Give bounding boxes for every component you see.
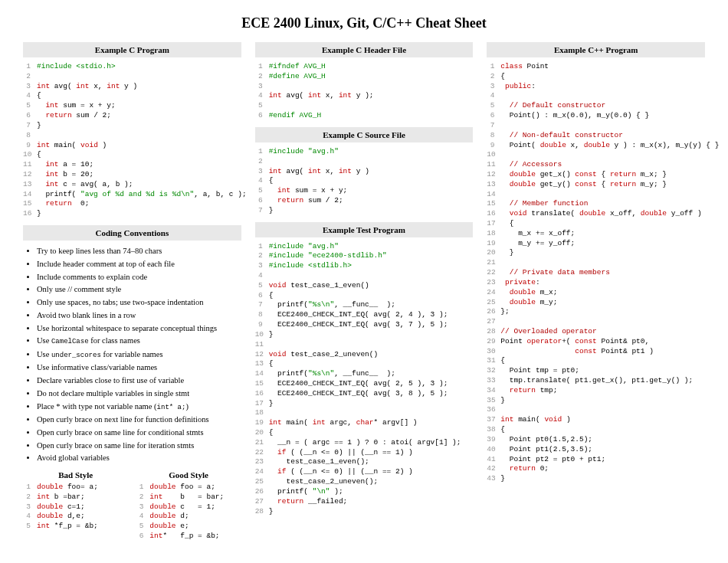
code-test-program: 1#include "avg.h"2#include "ece2400-stdl… <box>255 242 474 517</box>
code-line: 40 Point pt1(2.5,3.5); <box>487 445 705 455</box>
code-line: 19int main( int argc, char* argv[] ) <box>255 418 474 428</box>
code-line: 35} <box>487 396 705 406</box>
code-line: 21 <box>487 258 705 268</box>
column-2: Example C Header File 1#ifndef AVG_H2#de… <box>255 42 474 545</box>
code-line: 7 <box>487 121 705 131</box>
code-line: 27 <box>487 317 705 327</box>
code-line: 12void test_case_2_uneven() <box>255 350 474 360</box>
section-c-header: Example C Header File <box>255 42 474 57</box>
code-line: 19 m_y += y_off; <box>487 239 705 249</box>
code-line: 3#include <stdlib.h> <box>255 261 474 271</box>
code-line: 9 Point( double x, double y ) : m_x(x), … <box>487 141 705 151</box>
good-style-header: Good Style <box>136 470 241 480</box>
code-line: 15 ECE2400_CHECK_INT_EQ( avg( 2, 5 ), 3 … <box>255 379 474 389</box>
code-line: 4double d; <box>136 512 241 522</box>
code-line: 6{ <box>255 291 474 301</box>
convention-item: Place * with type not variable name (int… <box>37 401 241 414</box>
code-line: 14 <box>487 190 705 200</box>
code-line: 23 private: <box>487 278 705 288</box>
code-line: 34 return tmp; <box>487 386 705 396</box>
conventions-list: Try to keep lines less than 74–80 charsI… <box>23 245 241 464</box>
code-line: 3int avg( int x, int y ) <box>255 167 474 177</box>
convention-item: Open curly brace on same line for iterat… <box>37 440 241 452</box>
code-line: 1#include "avg.h" <box>255 147 474 157</box>
code-line: 4 <box>255 271 474 281</box>
code-line: 6 return sum / 2; <box>255 196 474 206</box>
code-line: 3int avg( int x, int y ) <box>23 82 241 92</box>
code-line: 43} <box>487 474 705 484</box>
code-line: 7 printf("%s\n", __func__ ); <box>255 300 474 310</box>
code-line: 4{ <box>255 176 474 186</box>
code-line: 2#include "ece2400-stdlib.h" <box>255 251 474 261</box>
code-line: 3double c=1; <box>23 502 128 512</box>
code-line: 26 printf( "\n" ); <box>255 487 474 497</box>
code-line: 5 // Default constructor <box>487 101 705 111</box>
main-columns: Example C Program 1#include <stdio.h>23i… <box>23 42 705 545</box>
code-line: 1class Point <box>487 62 705 72</box>
code-line: 3 public: <box>487 82 705 92</box>
code-line: 13{ <box>255 359 474 369</box>
section-conventions: Coding Conventions <box>23 225 241 241</box>
code-line: 13 double get_y() const { return m_y; } <box>487 180 705 190</box>
convention-item: Only use // comment style <box>37 283 241 296</box>
convention-item: Declare variables close to first use of … <box>37 375 241 387</box>
code-line: 5 int sum = x + y; <box>23 101 241 111</box>
page-title: ECE 2400 Linux, Git, C/C++ Cheat Sheet <box>23 15 705 31</box>
code-line: 16} <box>23 209 241 219</box>
code-cpp-program: 1class Point2{3 public:45 // Default con… <box>487 62 705 484</box>
code-line: 1#ifndef AVG_H <box>255 62 474 72</box>
code-line: 6 return sum / 2; <box>23 111 241 121</box>
code-line: 18 <box>255 408 474 418</box>
code-line: 5double e; <box>136 522 241 532</box>
section-test-program: Example Test Program <box>255 222 474 237</box>
code-line: 12 int b = 20; <box>23 170 241 180</box>
code-line: 18 m_x += x_off; <box>487 229 705 239</box>
code-line: 3double c = 1; <box>136 502 241 512</box>
code-line: 1double foo = a; <box>136 483 241 493</box>
code-c-program: 1#include <stdio.h>23int avg( int x, int… <box>23 62 241 219</box>
column-1: Example C Program 1#include <stdio.h>23i… <box>23 42 241 545</box>
convention-item: Use horizontal whitespace to separate co… <box>37 322 241 335</box>
code-line: 15 // Member function <box>487 199 705 209</box>
style-compare: Bad Style 1double foo= a;2int b =bar;3do… <box>23 470 241 545</box>
code-line: 8 ECE2400_CHECK_INT_EQ( avg( 2, 4 ), 3 )… <box>255 310 474 320</box>
code-line: 2#define AVG_H <box>255 72 474 82</box>
code-line: 29Point operator+( const Point& pt0, <box>487 337 705 347</box>
code-line: 4double d,e; <box>23 512 128 522</box>
convention-item: Avoid global variables <box>37 452 241 464</box>
code-line: 39 Point pt0(1.5,2.5); <box>487 435 705 445</box>
code-line: 16 ECE2400_CHECK_INT_EQ( avg( 3, 8 ), 5 … <box>255 389 474 399</box>
code-line: 22 if ( (__n <= 0) || (__n == 1) ) <box>255 448 474 458</box>
code-line: 7} <box>255 206 474 216</box>
convention-item: Avoid two blank lines in a row <box>37 309 241 322</box>
code-line: 12 double get_x() const { return m_x; } <box>487 170 705 180</box>
code-line: 2int b =bar; <box>23 493 128 502</box>
convention-item: Only use spaces, no tabs; use two-space … <box>37 296 241 309</box>
code-line: 5 int sum = x + y; <box>255 186 474 196</box>
code-line: 2 <box>23 72 241 82</box>
code-line: 42 return 0; <box>487 464 705 474</box>
convention-item: Open curly brace on same line for condit… <box>37 427 241 439</box>
convention-item: Include header comment at top of each fi… <box>37 258 241 270</box>
code-line: 26}; <box>487 307 705 317</box>
convention-item: Open curly brace on next line for functi… <box>37 414 241 426</box>
section-cpp-program: Example C++ Program <box>487 42 705 57</box>
code-line: 24 if ( (__n <= 0) || (__n == 2) ) <box>255 467 474 477</box>
code-line: 17 { <box>487 219 705 229</box>
code-line: 22 // Private data members <box>487 268 705 278</box>
code-line: 27 return __failed; <box>255 497 474 507</box>
column-3: Example C++ Program 1class Point2{3 publ… <box>487 42 705 545</box>
code-line: 37int main( void ) <box>487 415 705 425</box>
code-line: 36 <box>487 405 705 415</box>
code-line: 3 <box>255 82 474 92</box>
section-c-program: Example C Program <box>23 42 241 57</box>
code-line: 38{ <box>487 425 705 435</box>
code-line: 25 test_case_2_uneven(); <box>255 477 474 487</box>
code-line: 28} <box>255 507 474 517</box>
code-line: 20 } <box>487 248 705 258</box>
code-line: 14 printf( "avg of %d and %d is %d\n", a… <box>23 190 241 200</box>
code-line: 1#include <stdio.h> <box>23 62 241 72</box>
code-line: 9 ECE2400_CHECK_INT_EQ( avg( 3, 7 ), 5 )… <box>255 320 474 330</box>
code-line: 41 Point pt2 = pt0 + pt1; <box>487 455 705 465</box>
code-line: 21 __n = ( argc == 1 ) ? 0 : atoi( argv[… <box>255 438 474 448</box>
